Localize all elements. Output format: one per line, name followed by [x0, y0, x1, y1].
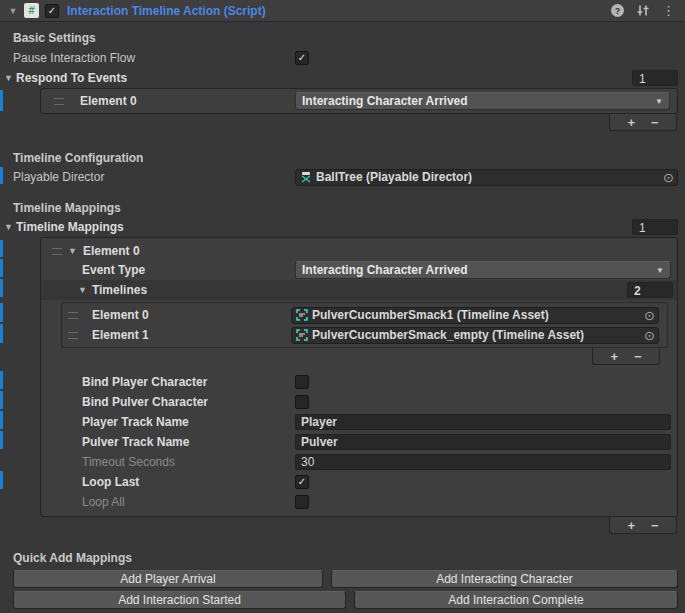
timeout-seconds-input[interactable]: 30 [295, 454, 671, 470]
row-timeout-seconds: Timeout Seconds 30 [41, 452, 677, 472]
timeline-mappings-list-footer: + − [609, 517, 677, 534]
object-picker-icon[interactable]: ⊙ [641, 309, 658, 322]
section-quick-add-mappings: Quick Add Mappings [0, 549, 685, 567]
respond-to-events-header[interactable]: ▼ Respond To Events 1 [0, 68, 685, 88]
add-element-button[interactable]: + [627, 519, 635, 532]
foldout-icon[interactable]: ▼ [78, 285, 87, 295]
row-player-track-name: Player Track Name Player [41, 412, 677, 432]
bind-player-character-checkbox[interactable] [295, 375, 309, 389]
row-loop-last: Loop Last ✓ [41, 472, 677, 492]
respond-element-row: Element 0 Interacting Character Arrived … [41, 91, 677, 111]
dropdown-arrow-icon: ▼ [655, 97, 669, 106]
pulver-track-name-input[interactable]: Pulver [295, 434, 671, 450]
foldout-icon[interactable]: ▼ [68, 246, 77, 256]
help-icon[interactable]: ? [611, 4, 624, 17]
override-bar [0, 279, 3, 297]
check-icon: ✓ [48, 6, 56, 16]
pause-interaction-flow-checkbox[interactable]: ✓ [295, 51, 309, 65]
remove-element-button[interactable]: − [634, 350, 642, 363]
unity-inspector-panel: ▼ # ✓ Interaction Timeline Action (Scrip… [0, 0, 685, 613]
component-foldout-icon[interactable]: ▼ [8, 6, 18, 16]
add-interaction-started-button[interactable]: Add Interaction Started [13, 591, 346, 609]
object-field-value: PulverCucumberSmack_empty (Timeline Asse… [312, 328, 637, 342]
override-bar [0, 90, 3, 111]
drag-handle-icon[interactable] [68, 332, 78, 339]
mapping-element-label: Element 0 [83, 244, 140, 258]
timeline-element-label: Element 1 [92, 328, 149, 342]
add-interaction-complete-button[interactable]: Add Interaction Complete [354, 591, 678, 609]
foldout-icon[interactable]: ▼ [4, 222, 13, 232]
object-picker-icon[interactable]: ⊙ [660, 171, 677, 184]
timeline-icon [296, 329, 308, 341]
override-bar [0, 303, 3, 322]
remove-element-button[interactable]: − [651, 116, 659, 129]
respond-element-dropdown[interactable]: Interacting Character Arrived ▼ [295, 92, 670, 110]
add-interacting-character-button[interactable]: Add Interacting Character [331, 570, 678, 588]
object-field-value: BallTree (Playable Director) [316, 170, 656, 184]
timeline-asset-object-field[interactable]: PulverCucumberSmack1 (Timeline Asset) ⊙ [291, 307, 659, 324]
timeline-mappings-size-field[interactable]: 1 [632, 219, 678, 235]
timeline-asset-object-field[interactable]: PulverCucumberSmack_empty (Timeline Asse… [291, 327, 659, 344]
loop-all-label: Loop All [41, 495, 295, 509]
drag-handle-icon[interactable] [68, 312, 78, 319]
director-icon [300, 171, 312, 183]
dropdown-value: Interacting Character Arrived [296, 263, 656, 277]
respond-list-footer: + − [609, 114, 677, 131]
row-pulver-track-name: Pulver Track Name Pulver [41, 432, 677, 452]
pause-interaction-flow-label: Pause Interaction Flow [0, 51, 295, 65]
respond-element-label: Element 0 [80, 94, 137, 108]
timeline-icon [296, 309, 308, 321]
playable-director-object-field[interactable]: BallTree (Playable Director) ⊙ [295, 169, 678, 186]
player-track-name-input[interactable]: Player [295, 414, 671, 430]
timelines-list-footer: + − [592, 348, 660, 365]
loop-last-checkbox[interactable]: ✓ [295, 475, 309, 489]
add-element-button[interactable]: + [627, 116, 635, 129]
dropdown-value: Interacting Character Arrived [296, 94, 655, 108]
player-track-name-label: Player Track Name [41, 415, 295, 429]
bind-player-character-label: Bind Player Character [41, 375, 295, 389]
dropdown-arrow-icon: ▼ [656, 266, 670, 275]
presets-icon[interactable] [636, 4, 650, 17]
timeline-element-row: Element 0 PulverCucumberSmack1 (Timeline… [62, 305, 667, 325]
timelines-list: Element 0 PulverCucumberSmack1 (Timeline… [61, 302, 668, 348]
override-bar [0, 471, 3, 489]
respond-to-events-size-field[interactable]: 1 [632, 70, 678, 86]
script-hash-glyph: # [28, 5, 34, 16]
drag-handle-icon[interactable] [54, 98, 64, 105]
object-picker-icon[interactable]: ⊙ [641, 329, 658, 342]
event-type-label: Event Type [41, 263, 295, 277]
component-title: Interaction Timeline Action (Script) [67, 4, 605, 18]
remove-element-button[interactable]: − [651, 519, 659, 532]
loop-all-checkbox[interactable] [295, 495, 309, 509]
check-icon: ✓ [298, 53, 306, 63]
playable-director-label: Playable Director [0, 170, 295, 184]
timelines-size-field[interactable]: 2 [627, 282, 673, 298]
add-element-button[interactable]: + [610, 350, 618, 363]
override-bar [0, 167, 3, 184]
override-bar [0, 240, 3, 257]
row-bind-player-character: Bind Player Character [41, 372, 677, 392]
row-bind-pulver-character: Bind Pulver Character [41, 392, 677, 412]
event-type-dropdown[interactable]: Interacting Character Arrived ▼ [295, 261, 671, 279]
override-bar [0, 411, 3, 429]
object-field-value: PulverCucumberSmack1 (Timeline Asset) [312, 308, 637, 322]
loop-last-label: Loop Last [41, 475, 295, 489]
timeline-mappings-header[interactable]: ▼ Timeline Mappings 1 [0, 217, 685, 237]
foldout-icon[interactable]: ▼ [4, 73, 13, 83]
component-header[interactable]: ▼ # ✓ Interaction Timeline Action (Scrip… [0, 0, 685, 22]
timelines-header[interactable]: ▼ Timelines 2 [41, 280, 677, 300]
component-enabled-checkbox[interactable]: ✓ [45, 4, 59, 18]
respond-to-events-title: Respond To Events [16, 71, 127, 85]
check-icon: ✓ [298, 477, 306, 487]
drag-handle-icon[interactable] [52, 248, 62, 255]
timeline-element-row: Element 1 PulverCucumberSmack_empty (Tim… [62, 325, 667, 345]
row-loop-all: Loop All [41, 492, 677, 512]
add-player-arrival-button[interactable]: Add Player Arrival [13, 570, 323, 588]
mapping-element-header[interactable]: ▼ Element 0 [41, 242, 677, 260]
timelines-title: Timelines [92, 283, 147, 297]
bind-pulver-character-label: Bind Pulver Character [41, 395, 295, 409]
more-options-icon[interactable]: ⋮ [662, 4, 675, 17]
override-bar [0, 324, 3, 343]
timeline-mappings-title: Timeline Mappings [16, 220, 124, 234]
bind-pulver-character-checkbox[interactable] [295, 395, 309, 409]
